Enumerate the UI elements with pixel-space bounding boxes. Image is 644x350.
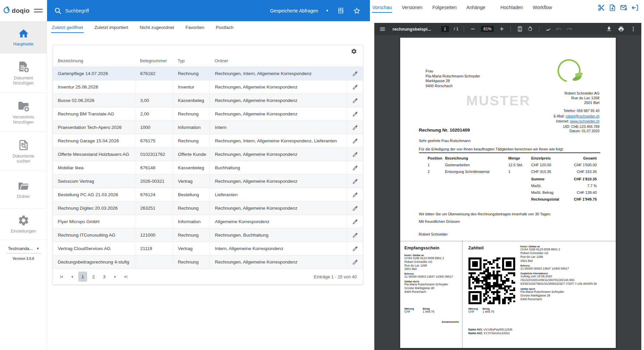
page-button-1[interactable]: 1 (78, 272, 87, 282)
table-row[interactable]: Inventur 25.06.2026InventurRechnungen, A… (53, 80, 363, 94)
download-icon[interactable] (605, 25, 613, 33)
preview-tab-anh-nge[interactable]: Anhänge (466, 4, 486, 13)
cell-belegnummer: 676124 (135, 188, 173, 202)
tab-zuletzt-importiert[interactable]: Zuletzt importiert (94, 22, 129, 33)
sidebar-item-verzeichnis-hinzufuegen[interactable]: Verzeichnis hinzufügen (0, 93, 47, 132)
sidebar-item-einstellungen[interactable]: Einstellungen (0, 209, 47, 240)
table-row[interactable]: Busse 02.06.20263,00KassenbelegRechnunge… (53, 94, 363, 107)
table-row[interactable]: Vertrag CloudServices AG21119VertragInte… (53, 242, 363, 255)
tab-zuletzt-ge-ffnet[interactable]: Zuletzt geöffnet (51, 22, 84, 33)
tenant-selector[interactable]: Testmanda... ▼ (6, 245, 41, 253)
last-page-icon[interactable] (121, 272, 130, 282)
email-document-icon[interactable] (620, 4, 628, 11)
tune-icon[interactable] (337, 7, 345, 14)
table-row[interactable]: Offerte Messestand Holzbauers AG01023117… (53, 148, 363, 161)
table-row[interactable]: Swisscom Vertrag2026-00321VertragRechnun… (53, 175, 363, 188)
table-row[interactable]: Rechnung BM Translate AG2,00RechnungRech… (53, 107, 363, 121)
pagination: 123 (57, 272, 130, 282)
cell-belegnummer (135, 215, 173, 229)
redo-icon[interactable] (565, 25, 573, 33)
edit-pencil-icon[interactable] (347, 188, 363, 202)
cell-bezeichnung: Rechnung BM Translate AG (53, 107, 135, 121)
receipt-title: Empfangsschein (405, 245, 440, 250)
edit-pencil-icon[interactable] (347, 121, 363, 134)
pdf-zoom-level[interactable]: 81% (481, 26, 494, 32)
cut-icon[interactable] (598, 4, 605, 11)
rotate-icon[interactable] (526, 25, 534, 33)
sidebar-item-dokumente-suchen[interactable]: Dokumente suchen (0, 132, 47, 171)
cell-typ: Rechnung (173, 229, 210, 242)
tab-nicht-zugeordnet[interactable]: Nicht zugeordnet (139, 22, 175, 33)
table-row[interactable]: Flyer Microps GmbHInformationAllgemeine … (53, 215, 363, 229)
sidebar-item-ordner[interactable]: Ordner (0, 171, 47, 209)
sidebar-item-hauptseite[interactable]: Hauptseite (0, 21, 47, 54)
gear-icon[interactable] (351, 48, 357, 55)
preview-tab-hochladen[interactable]: Hochladen (500, 4, 523, 13)
search-input[interactable] (65, 8, 176, 13)
edit-pencil-icon[interactable] (347, 255, 363, 269)
print-icon[interactable] (617, 25, 625, 33)
edit-pencil-icon[interactable] (347, 80, 363, 94)
column-header[interactable]: Bezeichnung (53, 58, 135, 63)
sidebar-item-dokument-hinzufuegen[interactable]: Dokument hinzufügen (0, 54, 47, 93)
pdf-page-input[interactable]: 1 (441, 26, 449, 32)
settings-icon (17, 214, 30, 226)
menu-icon[interactable] (379, 25, 386, 33)
edit-pencil-icon[interactable] (347, 242, 363, 255)
edit-pencil-icon[interactable] (347, 215, 363, 229)
download-document-icon[interactable] (609, 4, 616, 11)
invoice-sender: Robert Schneider AGRue du Lac 12682501 B… (565, 91, 600, 105)
table-row[interactable]: Praesentation Tech-Apero 20261000Informa… (53, 121, 363, 134)
column-header[interactable]: Typ (173, 58, 210, 63)
column-header[interactable]: Belegnummer (135, 58, 173, 63)
page-button-3[interactable]: 3 (100, 272, 109, 282)
saved-queries-dropdown[interactable]: Gespeicherte Abfragen ▼ (270, 8, 329, 13)
table-row[interactable]: Gartenpflege 14.07.2026676182RechnungRec… (53, 67, 363, 80)
preview-tab-folgeseiten[interactable]: Folgeseiten (432, 4, 457, 13)
table-row[interactable]: Deckungsbeitragsrechnung 4-stufigRechnun… (53, 255, 363, 269)
tab-favoriten[interactable]: Favoriten (185, 22, 205, 33)
zoom-out-icon[interactable] (469, 26, 476, 32)
edit-pencil-icon[interactable] (347, 148, 363, 161)
page-button-2[interactable]: 2 (89, 272, 98, 282)
edit-pencil-icon[interactable] (347, 94, 363, 107)
invoice-recipient: FrauPia-Maria Rutschmann-SchnyderMarktga… (426, 69, 480, 88)
edit-pencil-icon[interactable] (347, 67, 363, 80)
invoice-total-row: RechnungstotalCHF 1'949.75 (419, 197, 600, 204)
undo-icon[interactable] (555, 25, 563, 33)
doqio-logo: doqio (3, 6, 30, 15)
table-row[interactable]: Rechnung Garage 15.04.2026676175Rechnung… (53, 134, 363, 148)
email-link[interactable]: robert@rschneider.ch (566, 114, 600, 118)
fit-page-icon[interactable] (516, 25, 524, 33)
annotate-icon[interactable] (545, 25, 553, 33)
more-vertical-icon[interactable] (630, 25, 637, 33)
star-icon[interactable] (353, 7, 361, 15)
zoom-in-icon[interactable] (498, 26, 505, 32)
edit-pencil-icon[interactable] (347, 134, 363, 148)
website-link[interactable]: www.rschneider.ch (570, 119, 600, 123)
table-row[interactable]: Rechnung ITConusulting AG121000RechnungR… (53, 229, 363, 242)
edit-pencil-icon[interactable] (347, 202, 363, 215)
table-row[interactable]: Bestellung PC AG 21.03.2026676124Bestell… (53, 188, 363, 202)
edit-pencil-icon[interactable] (347, 161, 363, 175)
column-header[interactable]: Ordner (210, 58, 347, 63)
first-page-icon[interactable] (57, 272, 66, 282)
preview-tab-workflow[interactable]: Workflow (532, 4, 552, 13)
menu-toggle-icon[interactable] (34, 9, 43, 12)
table-row[interactable]: Mobiliar Ikea676148KassenbelegBuchhaltun… (53, 161, 363, 175)
invoice-contact: Telefon: 059 987 65 40 E-Mail: robert@rs… (554, 108, 599, 129)
preview-tab-versionen[interactable]: Versionen (401, 4, 423, 13)
invoice-item-row: 2Entsorgung Schnittmaterial1CHF 310.35CH… (419, 170, 600, 176)
pdf-viewer[interactable]: FrauPia-Maria Rutschmann-SchnyderMarktga… (374, 35, 641, 350)
edit-pencil-icon[interactable] (347, 175, 363, 188)
cell-belegnummer: 2,00 (135, 107, 173, 121)
preview-tab-vorschau[interactable]: Vorschau (372, 4, 392, 13)
pdf-container: rechnungsbeispi... 1 / 1 81% (374, 23, 641, 350)
edit-pencil-icon[interactable] (347, 229, 363, 242)
prev-page-icon[interactable] (68, 272, 76, 282)
edit-pencil-icon[interactable] (347, 107, 363, 121)
close-preview-icon[interactable] (631, 4, 639, 11)
tab-postfach[interactable]: Postfach (215, 22, 234, 33)
table-row[interactable]: Rechnung Digitec 20.03.2026263251Rechnun… (53, 202, 363, 215)
next-page-icon[interactable] (111, 272, 119, 282)
